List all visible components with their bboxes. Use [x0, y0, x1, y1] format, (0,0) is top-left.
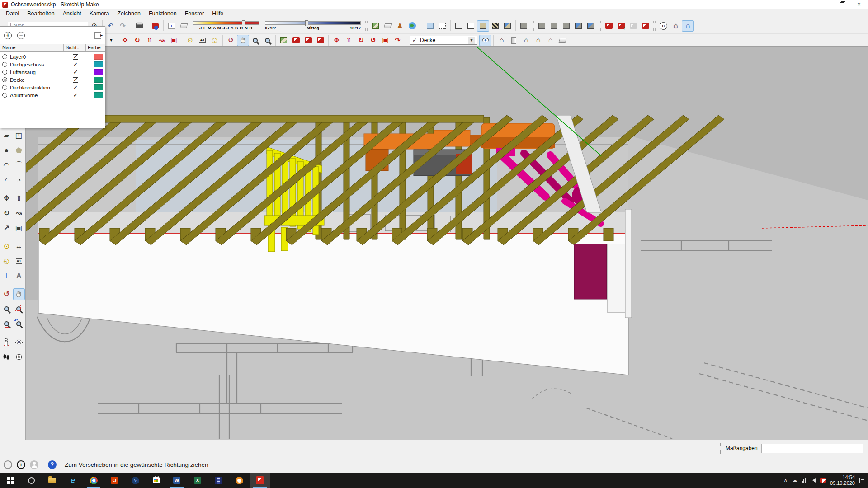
layer-row[interactable]: Decke	[0, 76, 105, 84]
build-roof-icon[interactable]: ⌂	[495, 35, 508, 46]
text-tool-icon[interactable]: A1	[13, 255, 25, 267]
layer-color-swatch[interactable]	[94, 54, 103, 60]
layer-visible-checkbox[interactable]	[73, 62, 78, 67]
tape-measure-tool-icon[interactable]: ⊙	[0, 240, 12, 252]
cortana-button[interactable]	[21, 473, 42, 488]
layer-row[interactable]: Luftansaug	[0, 68, 105, 76]
house-view-icon[interactable]: ⌂	[682, 20, 694, 32]
offset-icon[interactable]: ▣	[168, 35, 180, 46]
layer-active-radio[interactable]	[2, 93, 7, 98]
three-point-arc-tool-icon[interactable]: ◜	[0, 174, 12, 186]
arc-tool-icon[interactable]: ◠	[0, 160, 12, 171]
menu-fenster[interactable]: Fenster	[181, 10, 208, 17]
model-info-icon[interactable]	[149, 20, 161, 32]
toolbar-grip[interactable]	[599, 21, 601, 31]
solid-subtract-icon[interactable]: ↻	[355, 35, 367, 46]
pan-icon[interactable]	[237, 35, 249, 46]
layer-name[interactable]: Dachgeschoss	[10, 62, 65, 67]
two-point-arc-tool-icon[interactable]: ⌒	[13, 160, 25, 171]
layer-color-swatch[interactable]	[94, 92, 103, 98]
orbit-tool-icon[interactable]: ↺	[0, 288, 12, 300]
protractor-tool-icon[interactable]: ◵	[0, 255, 12, 267]
protractor-icon[interactable]: ◵	[208, 35, 221, 46]
zoom-icon[interactable]	[249, 35, 261, 46]
toolbar-grip[interactable]	[420, 21, 422, 31]
menu-ansicht[interactable]: Ansicht	[59, 10, 85, 17]
turn-around-tool-icon[interactable]: C	[13, 351, 25, 363]
axes-tool-icon[interactable]: ⊥	[0, 270, 12, 282]
wall-end-cap[interactable]	[625, 209, 632, 318]
layer-name[interactable]: Luftansaug	[10, 70, 65, 75]
file-explorer-button[interactable]	[42, 473, 62, 488]
display-section-planes-icon[interactable]	[536, 20, 548, 32]
sign-in-avatar-icon[interactable]	[30, 460, 38, 469]
toolbar-grip[interactable]	[653, 21, 656, 31]
get-models-icon[interactable]	[603, 20, 615, 32]
layer-active-radio[interactable]	[2, 62, 7, 67]
previous-view-tool-icon[interactable]	[13, 318, 25, 330]
rotate-icon[interactable]: ↻	[131, 35, 143, 46]
north-compass-icon[interactable]: C	[657, 20, 670, 32]
scale-tool-icon[interactable]: ↗	[0, 222, 12, 234]
move-icon[interactable]: ✥	[119, 35, 131, 46]
solid-trim-icon[interactable]: ↺	[367, 35, 379, 46]
column-color[interactable]: Farbe	[86, 44, 105, 51]
zoom-tool-icon[interactable]	[0, 303, 12, 315]
layer-color-swatch[interactable]	[94, 69, 103, 75]
sketchup-taskbar-button[interactable]	[250, 473, 270, 488]
tray-network-icon[interactable]	[802, 478, 806, 483]
layer-row[interactable]: Dachkonstruktion	[0, 84, 105, 91]
circle-tool-icon[interactable]: ●	[0, 145, 12, 156]
orbit-icon[interactable]: ↺	[225, 35, 237, 46]
monochrome-style-icon[interactable]	[501, 20, 514, 32]
layer-name[interactable]: Decke	[10, 77, 65, 83]
layer-row[interactable]: Layer0	[0, 53, 105, 61]
active-layer-combobox[interactable]: ✓ Decke ▼	[410, 36, 477, 45]
month-slider-handle[interactable]	[242, 20, 245, 26]
menu-datei[interactable]: Datei	[2, 10, 23, 17]
walk-tool-icon[interactable]	[0, 351, 12, 363]
tray-volume-icon[interactable]	[810, 478, 816, 483]
measurements-value-field[interactable]	[761, 444, 863, 453]
build-flat-roof-icon[interactable]	[557, 35, 569, 46]
notification-center-icon[interactable]	[859, 478, 865, 483]
google-earth-icon[interactable]	[406, 20, 418, 32]
start-button[interactable]	[0, 473, 21, 488]
rotate-tool-icon[interactable]: ↻	[0, 207, 12, 219]
display-section-fill-icon[interactable]	[560, 20, 572, 32]
solid-split-icon[interactable]: ↷	[392, 35, 404, 46]
layer-active-radio[interactable]	[2, 77, 7, 82]
stp-app-button[interactable]	[229, 473, 250, 488]
tray-cloud-icon[interactable]: ☁	[792, 477, 797, 483]
column-name[interactable]: Name	[0, 44, 64, 51]
tray-app-icon[interactable]	[820, 478, 826, 483]
solid-intersect-icon[interactable]: ▣	[379, 35, 392, 46]
build-wall-icon[interactable]	[508, 35, 520, 46]
viewport-3d[interactable]	[26, 47, 868, 440]
shadow-toggle-icon[interactable]	[178, 20, 190, 32]
toolbar-grip[interactable]	[532, 21, 534, 31]
credits-info-icon[interactable]: i	[17, 460, 25, 469]
build-wide-roof-icon[interactable]: ⌂	[532, 35, 544, 46]
solid-union-icon[interactable]: ⇧	[343, 35, 355, 46]
close-button[interactable]: ×	[855, 0, 863, 9]
time-slider-handle[interactable]	[305, 20, 308, 26]
wall-pier[interactable]	[608, 244, 626, 313]
menu-hilfe[interactable]: Hilfe	[208, 10, 227, 17]
section-view-2-icon[interactable]	[585, 20, 597, 32]
shaded-style-icon[interactable]	[477, 20, 489, 32]
layer-name[interactable]: Dachkonstruktion	[10, 85, 65, 90]
push-pull-tool-icon[interactable]: ⇧	[13, 192, 25, 204]
pan-tool-icon[interactable]	[13, 288, 25, 300]
share-component-icon[interactable]	[627, 20, 639, 32]
xray-style-icon[interactable]	[424, 20, 436, 32]
photo-textures-icon[interactable]: ♟	[394, 20, 406, 32]
tape-measure-icon[interactable]: ⊙	[184, 35, 196, 46]
toolbar-options-dropdown-icon[interactable]: ▼	[108, 35, 115, 46]
toolbar-grip[interactable]	[720, 443, 722, 454]
photomatch-project-icon[interactable]	[302, 35, 314, 46]
add-layer-button[interactable]: +	[4, 32, 12, 39]
layer-active-radio[interactable]	[2, 54, 7, 59]
back-edges-icon[interactable]	[436, 20, 448, 32]
toggle-terrain-icon[interactable]	[382, 20, 394, 32]
